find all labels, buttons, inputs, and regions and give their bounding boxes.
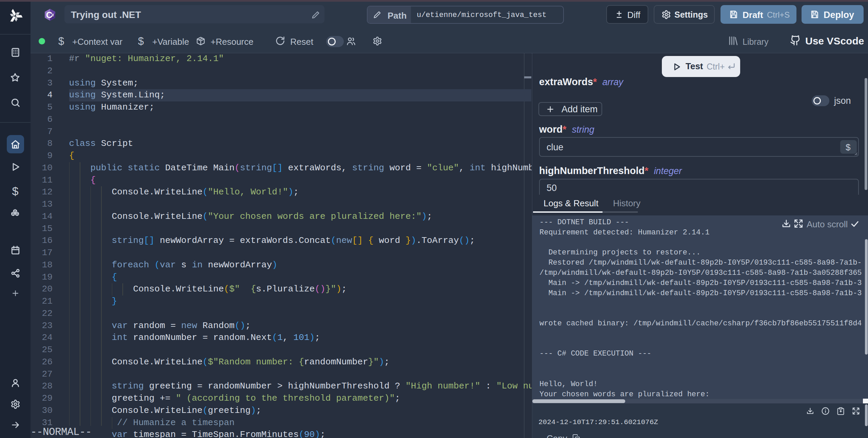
svg-text:#: # (52, 13, 54, 18)
